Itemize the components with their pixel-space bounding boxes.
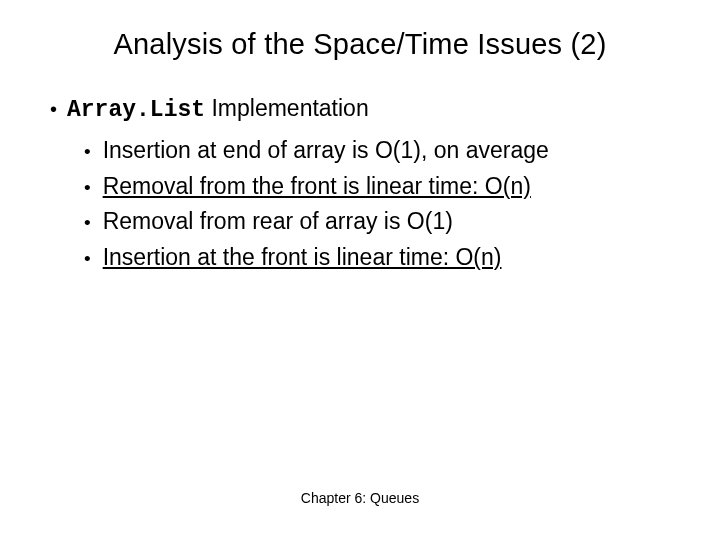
bullet-dot: •	[84, 249, 91, 268]
bullet-dot: •	[50, 99, 57, 119]
content-area: • Array.List Implementation • Insertion …	[48, 95, 672, 276]
heading-rest: Implementation	[205, 95, 369, 121]
bullet-text: Removal from rear of array is O(1)	[103, 204, 453, 240]
heading-text: Array.List Implementation	[67, 95, 369, 123]
list-item: • Insertion at end of array is O(1), on …	[84, 133, 672, 169]
footer-text: Chapter 6: Queues	[0, 490, 720, 506]
list-item: • Insertion at the front is linear time:…	[84, 240, 672, 276]
bullet-dot: •	[84, 178, 91, 197]
bullet-text: Insertion at end of array is O(1), on av…	[103, 133, 549, 169]
slide: Analysis of the Space/Time Issues (2) • …	[0, 0, 720, 540]
bullet-text: Insertion at the front is linear time: O…	[103, 240, 502, 276]
page-title: Analysis of the Space/Time Issues (2)	[48, 28, 672, 61]
heading-mono: Array.List	[67, 97, 205, 123]
heading-bullet: • Array.List Implementation	[50, 95, 672, 123]
list-item: • Removal from the front is linear time:…	[84, 169, 672, 205]
bullet-dot: •	[84, 213, 91, 232]
bullet-dot: •	[84, 142, 91, 161]
list-item: • Removal from rear of array is O(1)	[84, 204, 672, 240]
sub-bullet-list: • Insertion at end of array is O(1), on …	[50, 133, 672, 276]
bullet-text: Removal from the front is linear time: O…	[103, 169, 531, 205]
